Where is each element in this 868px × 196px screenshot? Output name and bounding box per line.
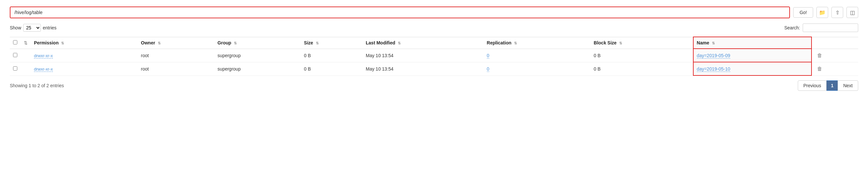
- show-row: Show 10 25 50 100 entries Search:: [10, 24, 858, 32]
- row-size: 0 B: [301, 62, 363, 76]
- replication-link[interactable]: 0: [487, 66, 490, 72]
- row-permission: drwxr-xr-x: [31, 49, 138, 62]
- row-owner: root: [138, 49, 215, 62]
- row-block-size: 0 B: [590, 49, 693, 62]
- table-row: drwxr-xr-x root supergroup 0 B May 10 13…: [10, 62, 858, 76]
- entries-select[interactable]: 10 25 50 100: [23, 24, 41, 32]
- table-header-row: ⇅ Permission ⇅ Owner ⇅ Group ⇅ Size ⇅ La…: [10, 37, 858, 49]
- name-link[interactable]: day=2019-05-09: [697, 53, 730, 58]
- header-name-label: Name: [697, 40, 709, 46]
- delete-button[interactable]: 🗑: [815, 65, 824, 73]
- header-last-modified-label: Last Modified: [366, 40, 395, 46]
- row-checkbox-cell: [10, 49, 21, 62]
- header-size[interactable]: Size ⇅: [301, 37, 363, 49]
- path-input-wrap: [10, 6, 790, 18]
- row-delete-cell: 🗑: [811, 49, 858, 62]
- header-group[interactable]: Group ⇅: [214, 37, 301, 49]
- permission-sort-icon: ⇅: [61, 41, 64, 46]
- row-sort-num: [21, 62, 31, 76]
- go-button[interactable]: Go!: [793, 7, 813, 18]
- table-view-button[interactable]: ◫: [846, 7, 858, 18]
- name-link[interactable]: day=2019-05-10: [697, 66, 730, 72]
- last-modified-sort-icon: ⇅: [398, 41, 401, 46]
- row-owner: root: [138, 62, 215, 76]
- header-actions: [811, 37, 858, 49]
- previous-button[interactable]: Previous: [798, 80, 827, 91]
- table-row: drwxr-xr-x root supergroup 0 B May 10 13…: [10, 49, 858, 62]
- select-all-checkbox[interactable]: [13, 40, 17, 45]
- row-checkbox-cell: [10, 62, 21, 76]
- row-size: 0 B: [301, 49, 363, 62]
- show-label: Show: [10, 25, 21, 30]
- folder-icon: 📁: [819, 9, 826, 16]
- replication-link[interactable]: 0: [487, 53, 490, 58]
- search-control: Search:: [784, 24, 858, 32]
- table-icon: ◫: [850, 9, 855, 16]
- pagination: Previous 1 Next: [798, 80, 858, 91]
- header-sort-num: ⇅: [21, 37, 31, 49]
- search-label: Search:: [784, 25, 800, 30]
- row-group: supergroup: [214, 62, 301, 76]
- row-name: day=2019-05-10: [693, 62, 812, 76]
- size-sort-icon: ⇅: [316, 41, 319, 46]
- row-block-size: 0 B: [590, 62, 693, 76]
- row-delete-cell: 🗑: [811, 62, 858, 76]
- row-replication: 0: [484, 62, 591, 76]
- header-owner-label: Owner: [141, 40, 155, 46]
- row-name: day=2019-05-09: [693, 49, 812, 62]
- permission-link[interactable]: drwxr-xr-x: [34, 67, 53, 72]
- header-block-size-label: Block Size: [594, 40, 617, 46]
- header-block-size[interactable]: Block Size ⇅: [590, 37, 693, 49]
- header-replication[interactable]: Replication ⇅: [484, 37, 591, 49]
- next-button[interactable]: Next: [838, 80, 858, 91]
- header-owner[interactable]: Owner ⇅: [138, 37, 215, 49]
- entries-suffix: entries: [43, 25, 57, 30]
- path-input[interactable]: [10, 7, 789, 18]
- folder-button[interactable]: 📁: [816, 7, 828, 18]
- file-table: ⇅ Permission ⇅ Owner ⇅ Group ⇅ Size ⇅ La…: [10, 36, 858, 76]
- name-sort-icon: ⇅: [712, 41, 715, 46]
- header-group-label: Group: [217, 40, 231, 46]
- header-name[interactable]: Name ⇅: [693, 37, 812, 49]
- current-page[interactable]: 1: [827, 80, 838, 91]
- row-permission: drwxr-xr-x: [31, 62, 138, 76]
- delete-button[interactable]: 🗑: [815, 52, 824, 59]
- header-last-modified[interactable]: Last Modified ⇅: [363, 37, 484, 49]
- bottom-row: Showing 1 to 2 of 2 entries Previous 1 N…: [10, 80, 858, 91]
- permission-link[interactable]: drwxr-xr-x: [34, 53, 53, 58]
- row-checkbox[interactable]: [13, 53, 17, 57]
- sort-num-icon: ⇅: [24, 40, 27, 46]
- search-input[interactable]: [803, 24, 858, 32]
- path-row: Go! 📁 ⇧ ◫: [10, 6, 858, 18]
- upload-button[interactable]: ⇧: [831, 7, 843, 18]
- header-permission-label: Permission: [34, 40, 58, 46]
- table-body: drwxr-xr-x root supergroup 0 B May 10 13…: [10, 49, 858, 76]
- header-checkbox-cell: [10, 37, 21, 49]
- row-replication: 0: [484, 49, 591, 62]
- showing-text: Showing 1 to 2 of 2 entries: [10, 83, 64, 88]
- upload-icon: ⇧: [835, 9, 840, 16]
- header-size-label: Size: [304, 40, 313, 46]
- row-last-modified: May 10 13:54: [363, 62, 484, 76]
- block-size-sort-icon: ⇅: [619, 41, 622, 46]
- header-replication-label: Replication: [487, 40, 512, 46]
- group-sort-icon: ⇅: [234, 41, 237, 46]
- show-entries-control: Show 10 25 50 100 entries: [10, 24, 57, 32]
- header-permission[interactable]: Permission ⇅: [31, 37, 138, 49]
- replication-sort-icon: ⇅: [514, 41, 517, 46]
- row-checkbox[interactable]: [13, 66, 17, 71]
- row-last-modified: May 10 13:54: [363, 49, 484, 62]
- row-group: supergroup: [214, 49, 301, 62]
- owner-sort-icon: ⇅: [158, 41, 161, 46]
- row-sort-num: [21, 49, 31, 62]
